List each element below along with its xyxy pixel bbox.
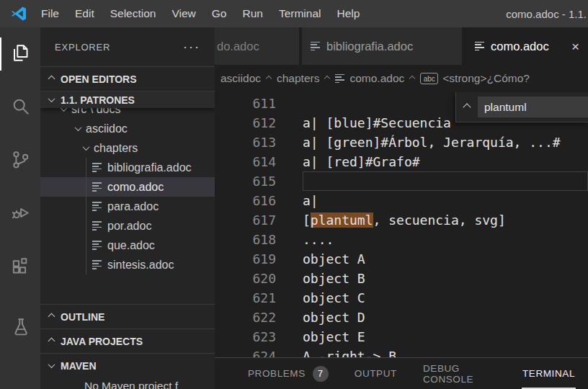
editor-tab-do-adoc[interactable]: do.adoc xyxy=(215,27,299,65)
code-line-622: 622object D xyxy=(215,308,588,327)
menu-run[interactable]: Run xyxy=(234,0,270,27)
code-line-624: 624A -right-> B xyxy=(215,346,588,357)
code-lines: 611612a| [blue]#Secuencia613a| [green]#Á… xyxy=(215,94,588,357)
panel-tab-problems[interactable]: PROBLEMS7 xyxy=(235,358,342,389)
tree-item-row: que.adoc xyxy=(40,236,215,255)
maven-message: No Maven project f xyxy=(40,377,215,389)
line-number[interactable]: 612 xyxy=(215,113,303,133)
line-number[interactable]: 619 xyxy=(215,249,303,269)
menu-view[interactable]: View xyxy=(164,0,203,27)
flask-icon xyxy=(10,316,31,340)
code-text: A -right-> B xyxy=(303,349,396,357)
activity-item-search[interactable] xyxy=(0,81,40,134)
line-number[interactable]: 611 xyxy=(215,94,303,113)
breadcrumb-item-como-adoc[interactable]: como.adoc xyxy=(335,72,404,85)
tree-item-label: sintesis.adoc xyxy=(107,259,174,272)
code-text: a| [green]#Árbol, Jerarquía, ...# xyxy=(303,135,561,150)
line-number[interactable]: 621 xyxy=(215,288,303,308)
line-number[interactable]: 614 xyxy=(215,152,303,171)
views-and-more-actions-button[interactable]: ··· xyxy=(183,40,200,55)
activity-item-explorer[interactable] xyxy=(0,27,40,81)
tree-item-asciidoc[interactable]: asciidoc xyxy=(40,119,215,138)
tree-item-bibliografia-adoc[interactable]: bibliografia.adoc xyxy=(40,158,215,177)
sidebar-header: EXPLORER ··· xyxy=(40,27,215,66)
tree-item-para-adoc[interactable]: para.adoc xyxy=(40,197,215,216)
line-number[interactable]: 618 xyxy=(215,230,303,249)
breadcrumb-item-asciidoc[interactable]: asciidoc xyxy=(220,72,261,85)
find-input[interactable] xyxy=(478,97,588,117)
line-number[interactable]: 622 xyxy=(215,308,303,327)
section-outline[interactable]: OUTLINE xyxy=(40,304,215,328)
chevron-down-icon xyxy=(48,95,55,102)
menu-edit[interactable]: Edit xyxy=(67,0,102,27)
tree-item-que-adoc[interactable]: que.adoc xyxy=(40,236,215,255)
code-line-616: 616a| xyxy=(215,191,588,210)
line-content[interactable]: object A xyxy=(303,249,588,269)
menu-terminal[interactable]: Terminal xyxy=(271,0,329,27)
activity-item-source-control[interactable] xyxy=(0,134,40,187)
vscode-window: FileEditSelectionViewGoRunTerminalHelp c… xyxy=(0,0,588,389)
activity-item-extensions[interactable] xyxy=(0,241,40,294)
section-label: MAVEN xyxy=(61,360,97,372)
line-content[interactable]: object C xyxy=(303,288,588,308)
tree-item-como-adoc[interactable]: como.adoc xyxy=(40,177,215,197)
section-maven[interactable]: MAVEN xyxy=(40,353,215,377)
line-content[interactable] xyxy=(303,171,588,191)
line-number[interactable]: 620 xyxy=(215,269,303,288)
section-java-projects[interactable]: JAVA PROJECTS xyxy=(40,328,215,353)
panel-tab-output[interactable]: OUTPUT xyxy=(342,358,410,389)
code-text: .... xyxy=(303,232,334,247)
close-icon[interactable]: × xyxy=(571,40,579,53)
line-content[interactable]: object B xyxy=(303,269,588,288)
run-debug-icon xyxy=(10,202,31,226)
line-number[interactable]: 624 xyxy=(215,346,303,357)
menu-selection[interactable]: Selection xyxy=(102,0,164,27)
tree-item-sintesis-adoc[interactable]: sintesis.adoc xyxy=(40,255,215,274)
menu-file[interactable]: File xyxy=(33,0,67,27)
code-line-614: 614a| [red]#Grafo# xyxy=(215,152,588,171)
tree-item-src-docs[interactable]: src \ docs xyxy=(40,108,215,119)
line-number[interactable]: 623 xyxy=(215,327,303,346)
breadcrumb-item-strong-c-mo[interactable]: <strong>¿Cómo? xyxy=(420,72,530,85)
section-open-editors[interactable]: OPEN EDITORS xyxy=(40,66,215,91)
menu-go[interactable]: Go xyxy=(204,0,235,27)
line-content[interactable]: .... xyxy=(303,230,588,249)
line-content[interactable]: object D xyxy=(303,308,588,327)
section-patrones[interactable]: 1.1. PATRONES xyxy=(40,91,215,108)
panel-tab-bar: PROBLEMS7OUTPUTDEBUG CONSOLETERMINAL xyxy=(215,358,588,389)
line-content[interactable]: a| [red]#Grafo# xyxy=(303,152,588,171)
find-expand-chevron-icon[interactable] xyxy=(463,103,471,111)
editor-tab-como-adoc[interactable]: como.adoc× xyxy=(466,27,588,65)
adoc-file-icon xyxy=(92,163,102,172)
tree-item-chapters[interactable]: chapters xyxy=(40,138,215,158)
editor-tab-bibliografia-adoc[interactable]: bibliografia.adoc xyxy=(302,27,462,65)
line-content[interactable]: a| xyxy=(303,191,588,210)
line-content[interactable]: A -right-> B xyxy=(303,346,588,357)
code-text: a| [blue]#Secuencia xyxy=(303,115,451,130)
breadcrumb-item-chapters[interactable]: chapters xyxy=(277,72,319,85)
chevron-down-icon xyxy=(75,124,82,131)
line-content[interactable]: [plantuml, secuencia, svg] xyxy=(303,210,588,230)
chevron-down-icon xyxy=(83,143,90,151)
tree-item-por-adoc[interactable]: por.adoc xyxy=(40,216,215,236)
panel-tab-label: PROBLEMS xyxy=(248,368,306,379)
line-content[interactable]: a| [green]#Árbol, Jerarquía, ...# xyxy=(303,133,588,152)
find-widget xyxy=(455,92,588,122)
breadcrumb-label: chapters xyxy=(277,72,319,85)
activity-item-testing[interactable] xyxy=(0,301,40,354)
activity-item-run-and-debug[interactable] xyxy=(0,187,40,241)
breadcrumb: asciidocchapterscomo.adoc<strong>¿Cómo? xyxy=(215,65,588,92)
code-line-615: 615 xyxy=(215,171,588,191)
line-number[interactable]: 616 xyxy=(215,191,303,210)
line-content[interactable]: object E xyxy=(303,327,588,346)
panel-tab-debug-console[interactable]: DEBUG CONSOLE xyxy=(410,358,509,389)
adoc-file-icon xyxy=(92,241,102,250)
line-number[interactable]: 617 xyxy=(215,210,303,230)
adoc-file-icon xyxy=(92,221,102,231)
adoc-file-icon xyxy=(92,260,102,269)
panel-tab-terminal[interactable]: TERMINAL xyxy=(509,358,588,389)
line-number[interactable]: 613 xyxy=(215,133,303,152)
menu-help[interactable]: Help xyxy=(329,0,368,27)
line-number[interactable]: 615 xyxy=(215,171,303,191)
file-tree: src \ docsasciidocchaptersbibliografia.a… xyxy=(40,108,215,274)
